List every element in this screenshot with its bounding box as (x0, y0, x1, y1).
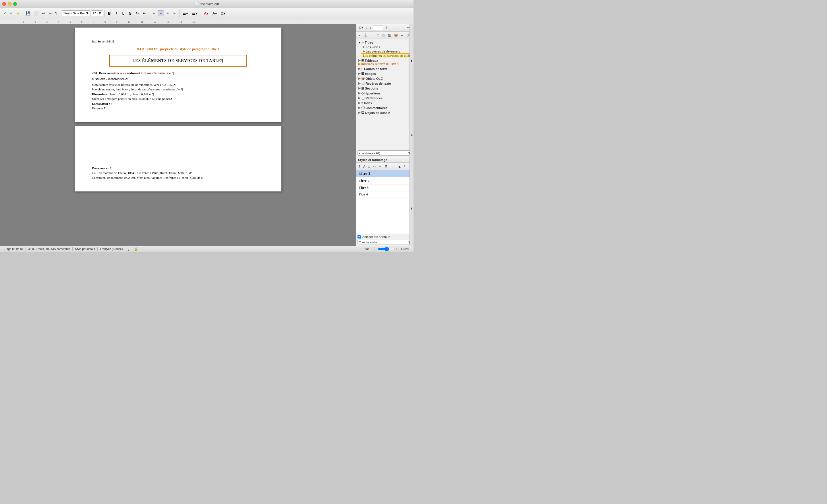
border-button[interactable]: □▾ (220, 10, 227, 16)
page-status: Page 86 de 87 (2, 247, 26, 251)
styles-page-btn[interactable]: ▭ (372, 164, 377, 169)
save-button[interactable]: ✓ (2, 10, 8, 16)
ruler: · 1 2 3 4 5 6 7 8 9 10 11 12 13 14 15 (0, 19, 414, 24)
document-area[interactable]: Inv. Steve 1931.¶ MAJUSCULES, propriété … (0, 24, 356, 246)
style-titre3[interactable]: Titre 3 (356, 185, 414, 192)
align-left-button[interactable]: ≡ (151, 10, 157, 16)
forward-button[interactable]: ↪ (47, 10, 53, 16)
styles-panel: Styles et formatage ⇔ ¶ A □ ▭ ☰ ⊞ ▲ ↻ ▾ … (356, 157, 414, 246)
font-size-selector[interactable]: 12 ▼ (91, 10, 103, 16)
resize-mid-btn[interactable]: ⇅ (410, 134, 413, 136)
nav-next-btn[interactable]: › (369, 25, 373, 31)
nav-image2-btn[interactable]: 🖼 (387, 33, 392, 38)
nav-ole-category[interactable]: ▶ 📦 Objets OLE (356, 76, 414, 81)
nav-item-les-pieces[interactable]: ▶ Les pièces de déjeuners (361, 49, 414, 53)
nav-frame-btn[interactable]: □ (381, 33, 386, 38)
nav-item-les-elements[interactable]: Les éléments de services de table (361, 53, 414, 58)
highlight-button[interactable]: A▾ (211, 10, 219, 16)
styles-frame-btn[interactable]: □ (367, 164, 371, 169)
nav-titres-category[interactable]: ▼ ≡ Titres (356, 40, 414, 45)
nav-ole2-btn[interactable]: 📦 (393, 33, 399, 38)
nav-hyperliens-category[interactable]: ▶ ◇ Hyperliens (356, 91, 414, 96)
zoom-slider[interactable] (378, 247, 395, 251)
underline-button[interactable]: U (120, 10, 126, 16)
style-titre4[interactable]: Titre 4 (356, 192, 414, 197)
nav-reperes-category[interactable]: ▶ ⚓ Repères de texte (356, 81, 414, 86)
zoom-plus-icon[interactable]: + (395, 247, 399, 251)
line-manufacture: Manufacture royale de porcelaine de Vinc… (92, 82, 264, 87)
align-right-button[interactable]: ≡ (164, 10, 171, 16)
styles-new-btn[interactable]: ▲ (397, 164, 402, 169)
nav-anchor-btn[interactable]: ⚓ (362, 33, 369, 38)
strikethrough-button[interactable]: S (127, 10, 133, 16)
nav-page-input[interactable] (373, 26, 383, 30)
nav-heading-btn[interactable]: ≡ (357, 33, 361, 38)
style-titre1[interactable]: Titre 1 (356, 170, 414, 178)
style-titre2[interactable]: Titre 2 (356, 178, 414, 185)
style-status: Style par défaut (72, 247, 98, 251)
separator4 (149, 10, 149, 17)
window-controls[interactable] (2, 2, 17, 6)
nav-item-les-vases[interactable]: ▶ Les vases (361, 45, 414, 49)
source-dropdown[interactable]: inventaire (actif) ▼ (357, 150, 412, 156)
align-justify-button[interactable]: ≡ (172, 10, 178, 16)
styles-update-btn[interactable]: ↻ (403, 164, 408, 169)
numbered-list-button[interactable]: ☰▾ (190, 10, 199, 16)
nav-settings-btn[interactable]: ⚙▾ (357, 25, 364, 31)
styles-bottom: Afficher les aperçus Tous les styles ▼ (356, 234, 414, 246)
superscript-button[interactable]: A+ (134, 11, 141, 16)
nav-section-btn[interactable]: ≡ (400, 33, 404, 38)
font-color-button[interactable]: A▾ (202, 10, 210, 16)
font-name-value: Times New Ror (63, 11, 85, 15)
nav-prev-btn[interactable]: ‹ (365, 25, 369, 31)
styles-list: Titre 1 Titre 2 Titre 3 Titre 4 (356, 170, 414, 234)
nav-cadres-category[interactable]: ▶ □ Cadres de texte (356, 66, 414, 71)
format-button[interactable]: ¶ (54, 10, 59, 16)
nav-table-btn[interactable]: ⊞ (376, 33, 381, 38)
font-size-dropdown-icon: ▼ (98, 11, 102, 15)
tableaux-icon: ⊞ (361, 58, 364, 62)
styles-toolbar: ¶ A □ ▭ ☰ ⊞ ▲ ↻ ▾ (356, 163, 414, 170)
styles-para-btn[interactable]: ¶ (357, 164, 361, 169)
align-center-button[interactable]: ≡ (158, 10, 164, 16)
header-text: Inv. Steve 1931.¶ (92, 40, 114, 43)
italic-button[interactable]: I (113, 10, 119, 16)
maximize-button[interactable] (13, 2, 17, 6)
font-name-selector[interactable]: Times New Ror ▼ (62, 10, 91, 16)
show-previews-checkbox[interactable] (357, 235, 361, 239)
all-styles-dropdown[interactable]: Tous les styles ▼ (357, 240, 412, 245)
subscript-button[interactable]: A- (141, 11, 148, 16)
nav-list-btn[interactable]: ☰ (370, 33, 375, 38)
font-size-value: 12 (92, 11, 96, 15)
styles-list-btn[interactable]: ☰ (378, 164, 383, 169)
status-icon2: 🔒 (132, 247, 140, 251)
resize-bottom-btn[interactable]: ⬇ (410, 207, 413, 210)
nav-images-category[interactable]: ▶ 🖼 Images (356, 71, 414, 76)
zoom-level-status: 110 % (399, 247, 411, 251)
words-chars-status: 35 821 mots, 192 516 caractères (26, 247, 72, 251)
close-button[interactable] (2, 2, 6, 6)
nav-commentaires-category[interactable]: ▶ 💬 Commentaires (356, 105, 414, 110)
nav-index-category[interactable]: ▶ ≡ Index (356, 100, 414, 105)
nav-references-category[interactable]: ▶ 📋 Références (356, 96, 414, 100)
copy-button[interactable]: ⬜ (33, 10, 40, 16)
bold-button[interactable]: B (106, 10, 112, 16)
title-box-text: LES ÉLÉMENTS DE SERVICES DE TABLE¶ (132, 58, 224, 63)
zoom-minus-icon[interactable]: − (375, 247, 378, 251)
titres-icon: ≡ (362, 41, 364, 44)
list-button[interactable]: ☰▾ (181, 10, 190, 16)
resize-top-btn[interactable]: ⬆ (410, 60, 413, 62)
back-button[interactable]: ↩ (41, 10, 47, 16)
minimize-button[interactable] (8, 2, 11, 6)
nav-dessins-category[interactable]: ▶ ☑ Objets de dessin (356, 110, 414, 115)
titres-label: Titres (365, 41, 373, 44)
show-previews-label: Afficher les aperçus (362, 235, 390, 239)
check-button[interactable]: ✓ (8, 10, 14, 16)
nav-page-spin[interactable]: ⬍ (384, 25, 389, 31)
save-doc-button[interactable]: 💾 (25, 10, 32, 16)
star-button[interactable]: ★ (15, 10, 21, 16)
styles-table-btn[interactable]: ⊞ (383, 164, 388, 169)
nav-sections-category[interactable]: ▶ ▤ Sections (356, 86, 414, 91)
les-elements-label: Les éléments de services de table (363, 54, 410, 57)
styles-char-btn[interactable]: A (362, 164, 367, 169)
